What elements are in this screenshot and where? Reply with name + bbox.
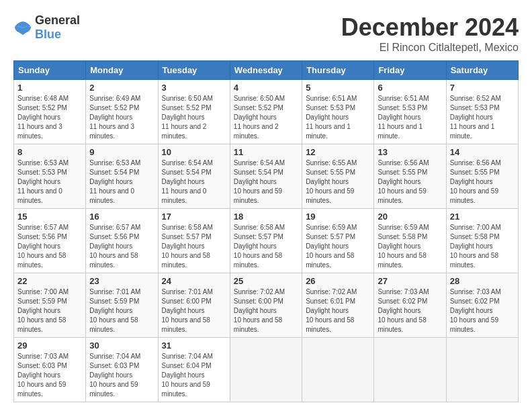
header: General Blue December 2024 El Rincon Cit… (13, 13, 519, 54)
calendar-cell: 23 Sunrise: 7:01 AM Sunset: 5:59 PM Dayl… (86, 273, 158, 338)
day-info: Sunrise: 6:59 AM Sunset: 5:57 PM Dayligh… (306, 223, 370, 270)
calendar-cell: 15 Sunrise: 6:57 AM Sunset: 5:56 PM Dayl… (14, 209, 86, 273)
calendar-cell: 19 Sunrise: 6:59 AM Sunset: 5:57 PM Dayl… (302, 209, 374, 273)
day-number: 3 (162, 83, 226, 93)
day-number: 8 (17, 147, 82, 157)
header-day-tuesday: Tuesday (158, 61, 230, 80)
calendar-cell (374, 338, 446, 402)
day-info: Sunrise: 6:48 AM Sunset: 5:52 PM Dayligh… (17, 94, 82, 141)
logo: General Blue (13, 13, 80, 42)
day-info: Sunrise: 7:04 AM Sunset: 6:04 PM Dayligh… (162, 352, 226, 399)
day-info: Sunrise: 6:55 AM Sunset: 5:55 PM Dayligh… (306, 158, 370, 205)
day-info: Sunrise: 6:57 AM Sunset: 5:56 PM Dayligh… (17, 223, 82, 270)
calendar-cell: 6 Sunrise: 6:51 AM Sunset: 5:53 PM Dayli… (374, 80, 446, 144)
day-number: 28 (450, 276, 515, 286)
day-number: 11 (234, 147, 298, 157)
header-day-sunday: Sunday (14, 61, 86, 80)
day-number: 16 (89, 212, 154, 222)
calendar-cell: 30 Sunrise: 7:04 AM Sunset: 6:03 PM Dayl… (86, 338, 158, 402)
day-info: Sunrise: 6:54 AM Sunset: 5:54 PM Dayligh… (162, 158, 226, 205)
calendar-cell: 9 Sunrise: 6:53 AM Sunset: 5:54 PM Dayli… (86, 144, 158, 209)
day-info: Sunrise: 6:50 AM Sunset: 5:52 PM Dayligh… (162, 94, 226, 141)
day-number: 15 (17, 212, 82, 222)
calendar-cell: 4 Sunrise: 6:50 AM Sunset: 5:52 PM Dayli… (230, 80, 302, 144)
calendar-cell: 26 Sunrise: 7:02 AM Sunset: 6:01 PM Dayl… (302, 273, 374, 338)
calendar-header-row: SundayMondayTuesdayWednesdayThursdayFrid… (14, 61, 519, 80)
day-info: Sunrise: 6:53 AM Sunset: 5:54 PM Dayligh… (89, 158, 154, 205)
calendar-cell: 18 Sunrise: 6:58 AM Sunset: 5:57 PM Dayl… (230, 209, 302, 273)
calendar-cell: 24 Sunrise: 7:01 AM Sunset: 6:00 PM Dayl… (158, 273, 230, 338)
calendar-cell: 3 Sunrise: 6:50 AM Sunset: 5:52 PM Dayli… (158, 80, 230, 144)
calendar-cell (446, 338, 518, 402)
day-number: 6 (378, 83, 442, 93)
day-number: 2 (89, 83, 154, 93)
calendar-cell: 11 Sunrise: 6:54 AM Sunset: 5:54 PM Dayl… (230, 144, 302, 209)
header-day-friday: Friday (374, 61, 446, 80)
week-row-4: 22 Sunrise: 7:00 AM Sunset: 5:59 PM Dayl… (14, 273, 519, 338)
day-info: Sunrise: 6:54 AM Sunset: 5:54 PM Dayligh… (234, 158, 298, 205)
day-info: Sunrise: 6:56 AM Sunset: 5:55 PM Dayligh… (450, 158, 515, 205)
day-number: 22 (17, 276, 82, 286)
logo-text: General Blue (35, 13, 80, 42)
calendar-cell: 7 Sunrise: 6:52 AM Sunset: 5:53 PM Dayli… (446, 80, 518, 144)
calendar-cell: 21 Sunrise: 7:00 AM Sunset: 5:58 PM Dayl… (446, 209, 518, 273)
week-row-2: 8 Sunrise: 6:53 AM Sunset: 5:53 PM Dayli… (14, 144, 519, 209)
calendar-cell: 16 Sunrise: 6:57 AM Sunset: 5:56 PM Dayl… (86, 209, 158, 273)
calendar-cell: 2 Sunrise: 6:49 AM Sunset: 5:52 PM Dayli… (86, 80, 158, 144)
day-number: 30 (89, 340, 154, 351)
day-info: Sunrise: 6:49 AM Sunset: 5:52 PM Dayligh… (89, 94, 154, 141)
day-info: Sunrise: 6:51 AM Sunset: 5:53 PM Dayligh… (306, 94, 370, 141)
calendar-cell: 17 Sunrise: 6:58 AM Sunset: 5:57 PM Dayl… (158, 209, 230, 273)
day-number: 17 (162, 212, 226, 222)
day-info: Sunrise: 6:58 AM Sunset: 5:57 PM Dayligh… (162, 223, 226, 270)
day-number: 23 (89, 276, 154, 286)
calendar-cell: 13 Sunrise: 6:56 AM Sunset: 5:55 PM Dayl… (374, 144, 446, 209)
calendar-cell (230, 338, 302, 402)
day-number: 18 (234, 212, 298, 222)
day-number: 10 (162, 147, 226, 157)
header-day-monday: Monday (86, 61, 158, 80)
day-number: 13 (378, 147, 442, 157)
calendar-table: SundayMondayTuesdayWednesdayThursdayFrid… (13, 60, 519, 402)
day-number: 14 (450, 147, 515, 157)
day-info: Sunrise: 7:00 AM Sunset: 5:59 PM Dayligh… (17, 287, 82, 334)
day-number: 4 (234, 83, 298, 93)
day-info: Sunrise: 7:03 AM Sunset: 6:02 PM Dayligh… (450, 287, 515, 334)
calendar-cell: 14 Sunrise: 6:56 AM Sunset: 5:55 PM Dayl… (446, 144, 518, 209)
day-number: 9 (89, 147, 154, 157)
day-number: 24 (162, 276, 226, 286)
header-day-thursday: Thursday (302, 61, 374, 80)
day-number: 20 (378, 212, 442, 222)
calendar-cell: 29 Sunrise: 7:03 AM Sunset: 6:03 PM Dayl… (14, 338, 86, 402)
calendar-cell: 10 Sunrise: 6:54 AM Sunset: 5:54 PM Dayl… (158, 144, 230, 209)
day-number: 1 (17, 83, 82, 93)
week-row-5: 29 Sunrise: 7:03 AM Sunset: 6:03 PM Dayl… (14, 338, 519, 402)
day-info: Sunrise: 6:52 AM Sunset: 5:53 PM Dayligh… (450, 94, 515, 141)
day-number: 25 (234, 276, 298, 286)
month-title: December 2024 (341, 13, 519, 42)
day-number: 21 (450, 212, 515, 222)
day-number: 19 (306, 212, 370, 222)
week-row-1: 1 Sunrise: 6:48 AM Sunset: 5:52 PM Dayli… (14, 80, 519, 144)
day-info: Sunrise: 6:50 AM Sunset: 5:52 PM Dayligh… (234, 94, 298, 141)
logo-blue: Blue (35, 28, 61, 41)
day-info: Sunrise: 7:03 AM Sunset: 6:02 PM Dayligh… (378, 287, 442, 334)
calendar-cell: 20 Sunrise: 6:59 AM Sunset: 5:58 PM Dayl… (374, 209, 446, 273)
day-info: Sunrise: 7:01 AM Sunset: 5:59 PM Dayligh… (89, 287, 154, 334)
day-number: 12 (306, 147, 370, 157)
day-number: 7 (450, 83, 515, 93)
calendar-cell: 27 Sunrise: 7:03 AM Sunset: 6:02 PM Dayl… (374, 273, 446, 338)
day-number: 29 (17, 340, 82, 351)
calendar-cell (302, 338, 374, 402)
day-info: Sunrise: 7:01 AM Sunset: 6:00 PM Dayligh… (162, 287, 226, 334)
header-day-wednesday: Wednesday (230, 61, 302, 80)
calendar-cell: 12 Sunrise: 6:55 AM Sunset: 5:55 PM Dayl… (302, 144, 374, 209)
day-info: Sunrise: 7:02 AM Sunset: 6:00 PM Dayligh… (234, 287, 298, 334)
day-info: Sunrise: 6:57 AM Sunset: 5:56 PM Dayligh… (89, 223, 154, 270)
calendar-cell: 31 Sunrise: 7:04 AM Sunset: 6:04 PM Dayl… (158, 338, 230, 402)
day-number: 31 (162, 340, 226, 351)
day-info: Sunrise: 6:51 AM Sunset: 5:53 PM Dayligh… (378, 94, 442, 141)
calendar-cell: 8 Sunrise: 6:53 AM Sunset: 5:53 PM Dayli… (14, 144, 86, 209)
day-number: 26 (306, 276, 370, 286)
calendar-cell: 1 Sunrise: 6:48 AM Sunset: 5:52 PM Dayli… (14, 80, 86, 144)
